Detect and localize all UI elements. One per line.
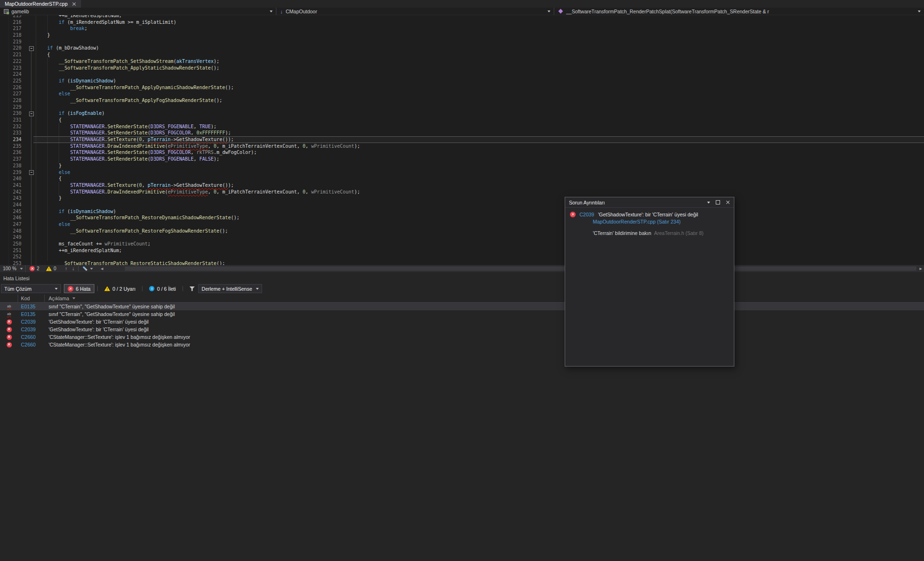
error-list-panel: Hata Listesi Tüm Çözüm 6 Hata ! 0 / 2 Uy… (0, 272, 924, 561)
problem-details-window: Sorun Ayrıntıları C2039 'GetShadowTextur… (565, 197, 734, 367)
tab-bar: MapOutdoorRenderSTP.cpp (0, 0, 924, 8)
error-code-link[interactable]: C2039 (18, 326, 45, 332)
severity-cell (0, 327, 18, 332)
zoom-select[interactable]: 100 % (0, 265, 26, 272)
error-row[interactable]: C2039'GetShadowTexture': bir 'CTerrain' … (0, 326, 924, 333)
problem-details-title: Sorun Ayrıntıları (569, 200, 605, 205)
tab-label: MapOutdoorRenderSTP.cpp (5, 1, 68, 7)
close-icon[interactable] (726, 200, 730, 204)
sort-descending-icon (72, 297, 75, 299)
window-menu-icon[interactable] (707, 202, 710, 204)
warnings-filter-button[interactable]: ! 0 / 2 Uyarı (101, 284, 139, 293)
editor-bottom-bar: 100 % 2 ! 0 ↑ ↓ ◀ ▶ (0, 265, 924, 272)
error-count: 2 (37, 266, 40, 271)
class-icon: ↓ (280, 8, 283, 15)
warning-glyph: ! (107, 287, 108, 291)
chevron-down-icon (548, 10, 550, 12)
error-code-link[interactable]: C2039 (18, 319, 45, 325)
severity-cell (0, 342, 18, 347)
error-code-link[interactable]: E0135 (18, 304, 45, 309)
warning-count-icon[interactable]: ! (46, 266, 52, 271)
fold-toggle-icon[interactable] (29, 46, 34, 51)
warning-icon: ! (104, 286, 110, 291)
error-location-link[interactable]: MapOutdoorRenderSTP.cpp (Satır 234) (593, 219, 729, 224)
error-description: 'CStateManager::SetTexture': işlev 1 bağ… (45, 342, 190, 347)
intellisense-error-icon: ab (7, 312, 11, 316)
previous-issue-button[interactable]: ↑ (65, 266, 67, 271)
scrollbar-left-arrow-icon[interactable]: ◀ (101, 267, 103, 271)
error-description: sınıf "CTerrain", "GetShadowTexture" üye… (45, 304, 175, 309)
error-row[interactable]: abE0135sınıf "CTerrain", "GetShadowTextu… (0, 303, 924, 310)
messages-filter-button[interactable]: i 0 / 6 İleti (145, 284, 180, 293)
error-code-link[interactable]: C2039 (579, 212, 594, 217)
errors-filter-label: 6 Hata (76, 286, 91, 292)
window-buttons (707, 200, 730, 204)
error-row[interactable]: C2660'CStateManager::SetTexture': işlev … (0, 333, 924, 341)
error-code-link[interactable]: C2660 (18, 342, 45, 347)
problem-details-titlebar: Sorun Ayrıntıları (565, 197, 734, 208)
member-dropdown-label: __SoftwareTransformPatch_RenderPatchSpla… (566, 9, 769, 14)
type-dropdown-label: CMapOutdoor (286, 9, 317, 14)
issues-filter-icon[interactable] (81, 265, 89, 273)
severity-cell: ab (0, 312, 18, 316)
column-header-description[interactable]: Açıklama (45, 296, 924, 301)
method-icon (558, 9, 563, 14)
chevron-down-icon[interactable] (90, 268, 93, 270)
problem-details-body: C2039 'GetShadowTexture': bir 'CTerrain'… (565, 208, 734, 240)
error-row[interactable]: C2660'CStateManager::SetTexture': işlev … (0, 341, 924, 348)
code-editor[interactable]: 215 ++m_iRenderedSplatNum;216 if (m_iRen… (0, 15, 924, 265)
fold-toggle-icon[interactable] (29, 112, 34, 116)
error-icon (7, 342, 12, 347)
separator (142, 286, 142, 291)
error-row[interactable]: C2039'GetShadowTexture': bir 'CTerrain' … (0, 318, 924, 326)
project-dropdown[interactable]: gamelib (0, 8, 276, 15)
tab-close-icon[interactable] (72, 2, 76, 6)
chevron-down-icon (918, 10, 921, 12)
source-filter-dropdown[interactable]: Derleme + IntelliSense (198, 284, 262, 293)
chevron-down-icon (270, 10, 273, 12)
errors-filter-button[interactable]: 6 Hata (64, 284, 94, 293)
column-header-code[interactable]: Kod (18, 295, 45, 302)
separator (97, 286, 98, 291)
error-icon (7, 335, 12, 340)
fold-region-line (31, 51, 31, 265)
see-declaration-text: 'CTerrain' bildirimine bakın (593, 230, 651, 236)
error-list-header: Kod Açıklama (0, 295, 924, 303)
error-code-link[interactable]: E0135 (18, 311, 45, 317)
filter-button[interactable] (186, 284, 198, 293)
outline-margin (0, 15, 924, 265)
horizontal-scrollbar-thumb[interactable] (125, 266, 916, 271)
error-message: 'GetShadowTexture': bir 'CTerrain' üyesi… (598, 212, 698, 217)
error-row[interactable]: abE0135sınıf "CTerrain", "GetShadowTextu… (0, 310, 924, 318)
severity-cell (0, 319, 18, 325)
error-icon (7, 327, 12, 332)
error-description: 'GetShadowTexture': bir 'CTerrain' üyesi… (45, 319, 149, 325)
navigation-bar: gamelib ↓ CMapOutdoor __SoftwareTransfor… (0, 8, 924, 15)
project-dropdown-label: gamelib (11, 9, 29, 14)
warning-count: 0 (54, 266, 57, 271)
type-dropdown[interactable]: ↓ CMapOutdoor (276, 8, 554, 15)
error-icon (7, 319, 12, 325)
restore-window-icon[interactable] (716, 200, 720, 204)
next-issue-button[interactable]: ↓ (72, 266, 74, 271)
intellisense-error-icon: ab (7, 305, 11, 309)
scope-filter-label: Tüm Çözüm (4, 286, 31, 292)
error-code-link[interactable]: C2660 (18, 334, 45, 340)
error-icon (570, 212, 576, 217)
severity-cell (0, 335, 18, 340)
fold-toggle-icon[interactable] (29, 170, 34, 175)
tab-mapoutdoorrenderstp[interactable]: MapOutdoorRenderSTP.cpp (0, 0, 81, 8)
warning-glyph: ! (48, 267, 50, 271)
chevron-down-icon (55, 288, 58, 290)
chevron-down-icon (256, 288, 259, 290)
member-dropdown[interactable]: __SoftwareTransformPatch_RenderPatchSpla… (554, 8, 924, 15)
error-count-icon[interactable] (30, 266, 35, 271)
chevron-down-icon (20, 268, 23, 270)
scope-filter-dropdown[interactable]: Tüm Çözüm (1, 284, 61, 293)
declaration-location: AreaTerrain.h (Satır 8) (654, 230, 703, 236)
severity-cell: ab (0, 305, 18, 309)
error-list-title: Hata Listesi (0, 272, 924, 283)
scrollbar-right-arrow-icon[interactable]: ▶ (920, 267, 922, 271)
separator (78, 266, 79, 271)
column-header-severity (0, 295, 18, 302)
